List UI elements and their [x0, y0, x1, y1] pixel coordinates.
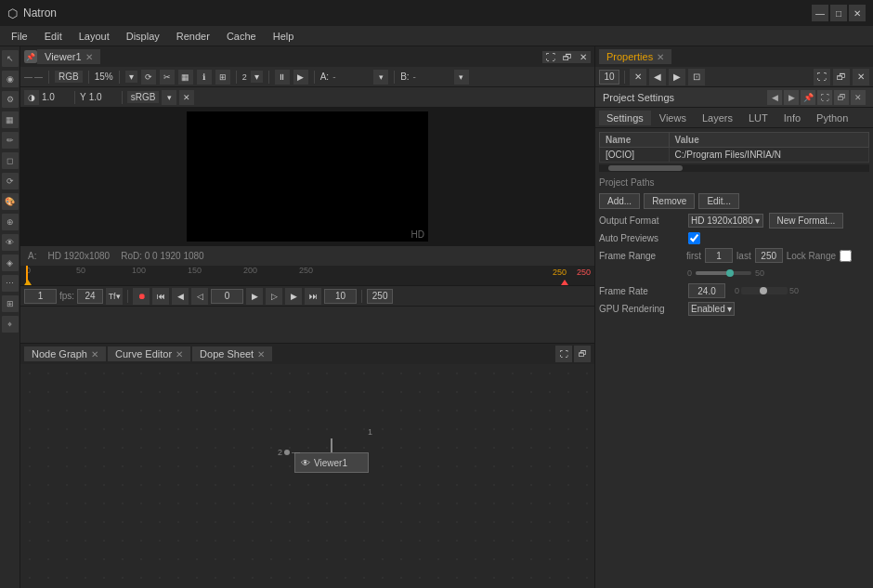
tool-roto[interactable]: ⟳: [2, 173, 19, 189]
properties-tab-close[interactable]: ✕: [657, 52, 664, 62]
node-graph-area[interactable]: 1 👁 Viewer1 2 —: [20, 364, 594, 588]
table-scrollbar[interactable]: [599, 164, 869, 172]
tool-node[interactable]: ◈: [2, 255, 19, 271]
ps-btn-close[interactable]: ✕: [851, 90, 866, 105]
frame-current-input[interactable]: [24, 289, 57, 304]
menu-display[interactable]: Display: [119, 29, 167, 44]
new-format-btn[interactable]: New Format...: [769, 213, 844, 229]
viewer-float[interactable]: 🗗: [559, 51, 576, 63]
layer-dropdown-icon[interactable]: ▾: [162, 90, 176, 105]
frame-rate-input[interactable]: [688, 283, 725, 298]
ps-btn-left[interactable]: ◀: [767, 90, 782, 105]
sync-icon[interactable]: ⟳: [141, 70, 156, 85]
play-fwd-btn[interactable]: ▶: [246, 288, 263, 305]
node-box[interactable]: 👁 Viewer1: [294, 452, 369, 473]
tab-dope-sheet[interactable]: Dope Sheet ✕: [192, 346, 272, 361]
remove-btn[interactable]: Remove: [644, 193, 695, 209]
viewer-close[interactable]: ✕: [576, 51, 591, 63]
timeline-area[interactable]: 0 50 100 150 200 250 250 250: [20, 266, 594, 286]
prop-tb-btn2[interactable]: ◀: [649, 69, 666, 85]
tab-python[interactable]: Python: [809, 111, 855, 125]
ps-btn-right[interactable]: ▶: [784, 90, 799, 105]
go-start-btn[interactable]: ⏮: [152, 288, 169, 305]
frame-rate-slider[interactable]: [741, 287, 788, 294]
viewer-pin[interactable]: 📌: [24, 50, 37, 63]
settings-icon2[interactable]: ✕: [179, 90, 194, 105]
table-row[interactable]: [OCIO] C:/Program Files/INRIA/N: [600, 148, 869, 163]
tool-extra3[interactable]: ⌖: [2, 316, 19, 333]
tf-dropdown[interactable]: Tf▾: [106, 288, 123, 305]
tool-transform[interactable]: ⊕: [2, 214, 19, 230]
tool-extra1[interactable]: ⋯: [2, 275, 19, 292]
go-end-btn[interactable]: ⏭: [305, 288, 321, 305]
tool-grid[interactable]: ▦: [2, 111, 19, 128]
tab-dope-sheet-close[interactable]: ✕: [257, 349, 265, 359]
stream-dropdown[interactable]: ▾: [251, 71, 263, 83]
menu-edit[interactable]: Edit: [37, 29, 70, 44]
tab-node-graph[interactable]: Node Graph ✕: [24, 346, 106, 361]
prev-frame-btn[interactable]: ◀: [172, 288, 189, 305]
add-btn[interactable]: Add...: [599, 193, 640, 209]
a-dropdown[interactable]: ▾: [373, 70, 388, 85]
properties-num-input[interactable]: [599, 70, 619, 85]
ps-btn-pin[interactable]: 📌: [801, 90, 815, 105]
tool-paint[interactable]: ✏: [2, 132, 19, 149]
zoom-dropdown[interactable]: ▾: [125, 71, 137, 83]
tool-extra2[interactable]: ⊞: [2, 295, 19, 312]
table-scrollbar-thumb[interactable]: [608, 165, 683, 171]
clip-icon[interactable]: ✂: [160, 70, 175, 85]
menu-cache[interactable]: Cache: [219, 29, 264, 44]
prop-tb-btn1[interactable]: ✕: [630, 69, 646, 85]
tab-curve-editor-close[interactable]: ✕: [176, 349, 183, 359]
menu-file[interactable]: File: [4, 29, 35, 44]
tool-eye[interactable]: 👁: [2, 234, 19, 251]
lock-range-slider[interactable]: [696, 267, 751, 280]
step-input[interactable]: [324, 289, 357, 304]
properties-tab[interactable]: Properties ✕: [599, 49, 671, 64]
tab-settings[interactable]: Settings: [599, 111, 651, 125]
tool-settings[interactable]: ⚙: [2, 91, 19, 108]
maximize-button[interactable]: □: [830, 5, 847, 21]
frame-last-input[interactable]: [755, 248, 783, 263]
prop-tb-maximize[interactable]: ⛶: [814, 69, 830, 85]
output-format-dropdown[interactable]: HD 1920x1080 ▾: [688, 214, 763, 228]
gpu-dropdown[interactable]: Enabled ▾: [688, 302, 735, 316]
tab-views[interactable]: Views: [652, 111, 694, 125]
info-icon[interactable]: ℹ: [197, 70, 212, 85]
tab-lut[interactable]: LUT: [741, 111, 775, 125]
pause-icon[interactable]: ⏸: [275, 70, 290, 85]
viewer-maximize[interactable]: ⛶: [542, 51, 559, 63]
frame-first-input[interactable]: [705, 248, 733, 263]
ps-btn-max[interactable]: ⛶: [817, 90, 832, 105]
frame-end-input[interactable]: [367, 289, 393, 304]
channels-btn[interactable]: RGB: [55, 71, 83, 83]
tab-curve-editor[interactable]: Curve Editor ✕: [108, 346, 190, 361]
exposure-icon[interactable]: ◑: [24, 90, 39, 105]
grid-icon[interactable]: ▦: [178, 70, 193, 85]
layer-label-btn[interactable]: sRGB: [127, 91, 160, 103]
prop-tb-btn3[interactable]: ▶: [669, 69, 685, 85]
prop-tb-float[interactable]: 🗗: [833, 69, 850, 85]
minimize-button[interactable]: —: [812, 5, 828, 21]
menu-render[interactable]: Render: [169, 29, 217, 44]
next-kf-btn[interactable]: ▷: [266, 288, 282, 305]
bottom-panel-maximize[interactable]: ⛶: [555, 346, 572, 362]
tool-viewer[interactable]: ◉: [2, 71, 19, 87]
viewer-node[interactable]: 1 👁 Viewer1 2 —: [294, 438, 369, 473]
frame-start-input[interactable]: [211, 289, 243, 304]
menu-layout[interactable]: Layout: [72, 29, 117, 44]
bottom-panel-float[interactable]: 🗗: [574, 346, 591, 362]
checker-icon[interactable]: ⊞: [215, 70, 230, 85]
tool-pointer[interactable]: ↖: [2, 50, 19, 67]
auto-previews-checkbox[interactable]: [688, 232, 700, 244]
play-icon[interactable]: ▶: [293, 70, 308, 85]
next-frame-btn[interactable]: ▶: [285, 288, 302, 305]
tool-color[interactable]: 🎨: [2, 193, 19, 210]
tab-info[interactable]: Info: [776, 111, 808, 125]
b-dropdown[interactable]: ▾: [454, 70, 469, 85]
prop-tb-close[interactable]: ✕: [853, 69, 869, 85]
close-button[interactable]: ✕: [849, 5, 866, 21]
prop-tb-btn4[interactable]: ⊡: [688, 69, 705, 85]
record-btn[interactable]: ⏺: [133, 288, 150, 305]
viewer-tab[interactable]: Viewer1 ✕: [37, 49, 100, 64]
